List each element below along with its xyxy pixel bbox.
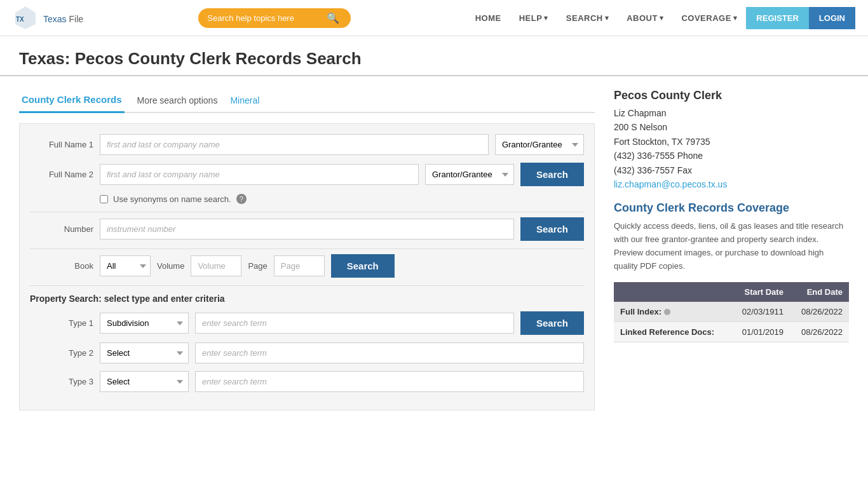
svg-text:TX: TX (16, 16, 24, 23)
coverage-col-end: End Date (790, 282, 849, 302)
header: TX Texas File 🔍 HOME HELP SEARCH ABOUT C… (0, 0, 868, 36)
type2-row: Type 2 Select Subdivision Abstract Surve… (30, 342, 584, 363)
divider-3 (30, 285, 584, 286)
tab-more-text: More search options (137, 95, 218, 105)
coverage-row-label: Full Index: (614, 302, 731, 322)
type3-input[interactable] (195, 371, 584, 392)
type3-row: Type 3 Select Subdivision Abstract Surve… (30, 371, 584, 392)
nav-home[interactable]: HOME (466, 7, 510, 29)
synonyms-label: Use synonyms on name search. (113, 194, 231, 204)
contact-phone: (432) 336-7555 Phone (614, 149, 849, 163)
contact-name: Liz Chapman (614, 106, 849, 120)
page-title: Texas: Pecos County Clerk Records Search (19, 49, 849, 69)
book-select[interactable]: All DR MR (100, 255, 151, 276)
full-name-2-input[interactable] (100, 164, 419, 185)
number-row: Number Search (30, 217, 584, 241)
page-label: Page (248, 261, 267, 271)
logo-text: Texas File (43, 10, 83, 26)
contact-address1: 200 S Nelson (614, 120, 849, 134)
full-name-2-label: Full Name 2 (30, 170, 93, 179)
office-info: Liz Chapman 200 S Nelson Fort Stockton, … (614, 106, 849, 191)
volume-label: Volume (157, 261, 184, 271)
property-search-button[interactable]: Search (520, 311, 584, 335)
help-search-bar[interactable]: 🔍 (198, 8, 351, 28)
grantor-grantee-select-1[interactable]: Grantor/Grantee Grantor Grantee (495, 134, 584, 155)
name-search-button[interactable]: Search (520, 163, 584, 186)
volume-input[interactable] (191, 255, 241, 276)
coverage-text: Quickly access deeds, liens, oil & gas l… (614, 220, 849, 273)
type1-select[interactable]: Subdivision Abstract Survey (100, 313, 189, 334)
coverage-col-label (614, 282, 731, 302)
tab-mineral[interactable]: Mineral (230, 95, 259, 105)
left-panel: County Clerk Records More search options… (19, 89, 595, 410)
nav-coverage[interactable]: COVERAGE (672, 7, 746, 29)
coverage-title: County Clerk Records Coverage (614, 201, 849, 215)
office-name: Pecos County Clerk (614, 89, 849, 102)
logo-file: File (69, 14, 83, 24)
logo-texas: Texas (43, 14, 67, 24)
property-search-title: Property Search: select type and enter c… (30, 291, 584, 304)
nav-help[interactable]: HELP (510, 7, 557, 29)
coverage-col-start: Start Date (731, 282, 790, 302)
page-input[interactable] (274, 255, 325, 276)
divider-1 (30, 212, 584, 212)
type2-select[interactable]: Select Subdivision Abstract Survey (100, 342, 189, 363)
synonyms-checkbox[interactable] (100, 195, 108, 203)
grantor-grantee-select-2[interactable]: Grantor/Grantee Grantor Grantee (425, 164, 514, 185)
number-search-button[interactable]: Search (520, 217, 584, 241)
number-input[interactable] (100, 219, 514, 240)
coverage-row-end: 08/26/2022 (790, 322, 849, 342)
logo-area: TX Texas File (13, 5, 83, 30)
logo-icon: TX (13, 5, 38, 30)
type3-select[interactable]: Select Subdivision Abstract Survey (100, 371, 189, 392)
nav-search[interactable]: SEARCH (557, 7, 618, 29)
full-name-1-input[interactable] (100, 134, 489, 155)
coverage-row: Linked Reference Docs:01/01/201908/26/20… (614, 322, 849, 342)
synonyms-row: Use synonyms on name search. ? (100, 194, 584, 204)
book-search-button[interactable]: Search (331, 254, 395, 278)
nav-register-button[interactable]: REGISTER (746, 7, 808, 29)
nav-area: HOME HELP SEARCH ABOUT COVERAGE REGISTER… (466, 7, 855, 29)
help-search-input[interactable] (207, 13, 322, 23)
book-row: Book All DR MR Volume Page Search (30, 254, 584, 278)
full-name-1-row: Full Name 1 Grantor/Grantee Grantor Gran… (30, 134, 584, 155)
tab-county-clerk[interactable]: County Clerk Records (19, 89, 125, 113)
tabs: County Clerk Records More search options… (19, 89, 595, 113)
coverage-row-end: 08/26/2022 (790, 302, 849, 322)
main-content: County Clerk Records More search options… (0, 76, 868, 423)
coverage-row-start: 02/03/1911 (731, 302, 790, 322)
book-label: Book (30, 261, 93, 271)
coverage-dot-icon (664, 309, 670, 315)
nav-about[interactable]: ABOUT (618, 7, 672, 29)
contact-email[interactable]: liz.chapman@co.pecos.tx.us (614, 179, 727, 189)
right-panel: Pecos County Clerk Liz Chapman 200 S Nel… (614, 89, 849, 410)
type3-label: Type 3 (30, 377, 93, 386)
nav-login-button[interactable]: LOGIN (809, 7, 855, 29)
full-name-2-row: Full Name 2 Grantor/Grantee Grantor Gran… (30, 163, 584, 186)
help-icon[interactable]: ? (236, 194, 247, 204)
search-icon: 🔍 (327, 12, 339, 24)
type1-input[interactable] (195, 313, 514, 334)
divider-2 (30, 248, 584, 249)
number-label: Number (30, 224, 93, 234)
coverage-row-start: 01/01/2019 (731, 322, 790, 342)
type1-label: Type 1 (30, 318, 93, 328)
search-form: Full Name 1 Grantor/Grantee Grantor Gran… (19, 123, 595, 410)
type1-row: Type 1 Subdivision Abstract Survey Searc… (30, 311, 584, 335)
coverage-row-label: Linked Reference Docs: (614, 322, 731, 342)
contact-fax: (432) 336-7557 Fax (614, 163, 849, 177)
coverage-row: Full Index: 02/03/191108/26/2022 (614, 302, 849, 322)
type2-input[interactable] (195, 342, 584, 363)
coverage-table: Start Date End Date Full Index: 02/03/19… (614, 282, 849, 342)
contact-address2: Fort Stockton, TX 79735 (614, 135, 849, 149)
full-name-1-label: Full Name 1 (30, 140, 93, 149)
page-title-bar: Texas: Pecos County Clerk Records Search (0, 36, 868, 76)
type2-label: Type 2 (30, 348, 93, 358)
